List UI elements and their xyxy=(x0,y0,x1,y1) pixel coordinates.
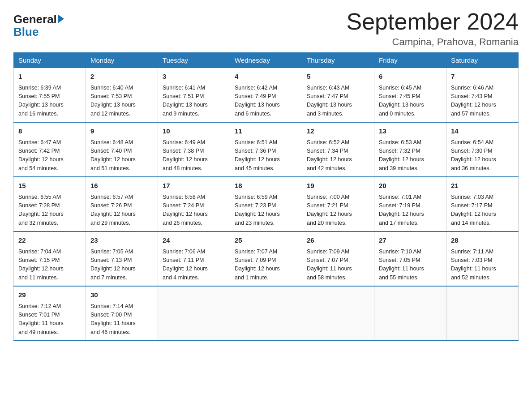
day-info: Sunrise: 6:43 AM Sunset: 7:47 PM Dayligh… xyxy=(307,84,369,119)
calendar-cell: 29Sunrise: 7:12 AM Sunset: 7:01 PM Dayli… xyxy=(14,286,86,341)
day-info: Sunrise: 7:10 AM Sunset: 7:05 PM Dayligh… xyxy=(379,248,442,283)
calendar-header-tuesday: Tuesday xyxy=(158,53,230,68)
day-number: 29 xyxy=(18,290,81,300)
logo-blue-text: Blue xyxy=(13,25,39,39)
calendar-cell: 16Sunrise: 6:57 AM Sunset: 7:26 PM Dayli… xyxy=(86,177,158,231)
day-info: Sunrise: 7:11 AM Sunset: 7:03 PM Dayligh… xyxy=(451,248,514,283)
calendar-cell: 8Sunrise: 6:47 AM Sunset: 7:42 PM Daylig… xyxy=(14,122,86,177)
calendar-cell: 20Sunrise: 7:01 AM Sunset: 7:19 PM Dayli… xyxy=(374,177,446,231)
day-info: Sunrise: 6:45 AM Sunset: 7:45 PM Dayligh… xyxy=(379,84,442,119)
calendar-cell: 30Sunrise: 7:14 AM Sunset: 7:00 PM Dayli… xyxy=(86,286,158,341)
day-info: Sunrise: 7:01 AM Sunset: 7:19 PM Dayligh… xyxy=(379,193,442,228)
day-number: 17 xyxy=(163,181,225,191)
calendar-cell: 23Sunrise: 7:05 AM Sunset: 7:13 PM Dayli… xyxy=(86,231,158,286)
calendar-cell: 4Sunrise: 6:42 AM Sunset: 7:49 PM Daylig… xyxy=(230,68,302,123)
day-info: Sunrise: 6:46 AM Sunset: 7:43 PM Dayligh… xyxy=(451,84,514,119)
day-info: Sunrise: 7:07 AM Sunset: 7:09 PM Dayligh… xyxy=(235,248,297,283)
day-info: Sunrise: 6:55 AM Sunset: 7:28 PM Dayligh… xyxy=(18,193,81,228)
calendar-cell: 24Sunrise: 7:06 AM Sunset: 7:11 PM Dayli… xyxy=(158,231,230,286)
logo: General Blue xyxy=(13,13,64,39)
day-info: Sunrise: 6:53 AM Sunset: 7:32 PM Dayligh… xyxy=(379,138,442,173)
day-info: Sunrise: 6:52 AM Sunset: 7:34 PM Dayligh… xyxy=(307,138,369,173)
day-number: 12 xyxy=(307,126,369,137)
calendar-table: SundayMondayTuesdayWednesdayThursdayFrid… xyxy=(13,52,519,341)
calendar-cell xyxy=(230,286,302,341)
day-number: 23 xyxy=(90,235,153,246)
day-number: 18 xyxy=(235,181,297,191)
calendar-cell: 17Sunrise: 6:58 AM Sunset: 7:24 PM Dayli… xyxy=(158,177,230,231)
day-number: 20 xyxy=(379,181,442,191)
calendar-cell: 6Sunrise: 6:45 AM Sunset: 7:45 PM Daylig… xyxy=(374,68,446,123)
day-number: 16 xyxy=(90,181,153,191)
calendar-cell: 11Sunrise: 6:51 AM Sunset: 7:36 PM Dayli… xyxy=(230,122,302,177)
calendar-cell xyxy=(374,286,446,341)
calendar-header-wednesday: Wednesday xyxy=(230,53,302,68)
calendar-header-thursday: Thursday xyxy=(302,53,374,68)
day-info: Sunrise: 6:51 AM Sunset: 7:36 PM Dayligh… xyxy=(235,138,297,173)
day-number: 10 xyxy=(163,126,225,137)
calendar-header-monday: Monday xyxy=(86,53,158,68)
day-info: Sunrise: 7:05 AM Sunset: 7:13 PM Dayligh… xyxy=(90,248,153,283)
month-year-title: September 2024 xyxy=(347,9,519,34)
calendar-header-saturday: Saturday xyxy=(446,53,519,68)
day-info: Sunrise: 7:04 AM Sunset: 7:15 PM Dayligh… xyxy=(18,248,81,283)
day-number: 24 xyxy=(163,235,225,246)
calendar-cell: 25Sunrise: 7:07 AM Sunset: 7:09 PM Dayli… xyxy=(230,231,302,286)
calendar-week-row: 29Sunrise: 7:12 AM Sunset: 7:01 PM Dayli… xyxy=(14,286,519,341)
calendar-cell: 5Sunrise: 6:43 AM Sunset: 7:47 PM Daylig… xyxy=(302,68,374,123)
day-info: Sunrise: 6:57 AM Sunset: 7:26 PM Dayligh… xyxy=(90,193,153,228)
day-info: Sunrise: 6:40 AM Sunset: 7:53 PM Dayligh… xyxy=(90,84,153,119)
location-subtitle: Campina, Prahova, Romania xyxy=(347,36,519,48)
calendar-week-row: 1Sunrise: 6:39 AM Sunset: 7:55 PM Daylig… xyxy=(14,68,519,123)
calendar-cell xyxy=(446,286,519,341)
day-number: 15 xyxy=(18,181,81,191)
calendar-cell: 13Sunrise: 6:53 AM Sunset: 7:32 PM Dayli… xyxy=(374,122,446,177)
calendar-week-row: 22Sunrise: 7:04 AM Sunset: 7:15 PM Dayli… xyxy=(14,231,519,286)
day-info: Sunrise: 7:14 AM Sunset: 7:00 PM Dayligh… xyxy=(90,302,153,337)
calendar-cell: 2Sunrise: 6:40 AM Sunset: 7:53 PM Daylig… xyxy=(86,68,158,123)
day-info: Sunrise: 6:49 AM Sunset: 7:38 PM Dayligh… xyxy=(163,138,225,173)
day-number: 13 xyxy=(379,126,442,137)
day-info: Sunrise: 6:47 AM Sunset: 7:42 PM Dayligh… xyxy=(18,138,81,173)
day-number: 22 xyxy=(18,235,81,246)
calendar-header-row: SundayMondayTuesdayWednesdayThursdayFrid… xyxy=(14,53,519,68)
calendar-cell: 3Sunrise: 6:41 AM Sunset: 7:51 PM Daylig… xyxy=(158,68,230,123)
day-info: Sunrise: 7:12 AM Sunset: 7:01 PM Dayligh… xyxy=(18,302,81,337)
calendar-cell: 1Sunrise: 6:39 AM Sunset: 7:55 PM Daylig… xyxy=(14,68,86,123)
calendar-cell: 9Sunrise: 6:48 AM Sunset: 7:40 PM Daylig… xyxy=(86,122,158,177)
title-block: September 2024 Campina, Prahova, Romania xyxy=(347,9,519,48)
day-number: 11 xyxy=(235,126,297,137)
day-number: 4 xyxy=(235,72,297,82)
day-info: Sunrise: 7:03 AM Sunset: 7:17 PM Dayligh… xyxy=(451,193,514,228)
day-number: 26 xyxy=(307,235,369,246)
day-info: Sunrise: 6:58 AM Sunset: 7:24 PM Dayligh… xyxy=(163,193,225,228)
day-number: 8 xyxy=(18,126,81,137)
day-number: 19 xyxy=(307,181,369,191)
calendar-cell: 10Sunrise: 6:49 AM Sunset: 7:38 PM Dayli… xyxy=(158,122,230,177)
day-number: 3 xyxy=(163,72,225,82)
day-number: 6 xyxy=(379,72,442,82)
logo-general-text: General xyxy=(13,13,57,25)
day-number: 28 xyxy=(451,235,514,246)
day-number: 25 xyxy=(235,235,297,246)
day-info: Sunrise: 6:54 AM Sunset: 7:30 PM Dayligh… xyxy=(451,138,514,173)
calendar-header-friday: Friday xyxy=(374,53,446,68)
day-info: Sunrise: 6:42 AM Sunset: 7:49 PM Dayligh… xyxy=(235,84,297,119)
calendar-cell: 22Sunrise: 7:04 AM Sunset: 7:15 PM Dayli… xyxy=(14,231,86,286)
day-number: 14 xyxy=(451,126,514,137)
day-number: 30 xyxy=(90,290,153,300)
day-info: Sunrise: 7:06 AM Sunset: 7:11 PM Dayligh… xyxy=(163,248,225,283)
day-info: Sunrise: 6:59 AM Sunset: 7:23 PM Dayligh… xyxy=(235,193,297,228)
calendar-cell: 14Sunrise: 6:54 AM Sunset: 7:30 PM Dayli… xyxy=(446,122,519,177)
calendar-header-sunday: Sunday xyxy=(14,53,86,68)
calendar-cell: 21Sunrise: 7:03 AM Sunset: 7:17 PM Dayli… xyxy=(446,177,519,231)
day-number: 2 xyxy=(90,72,153,82)
day-info: Sunrise: 7:00 AM Sunset: 7:21 PM Dayligh… xyxy=(307,193,369,228)
calendar-cell: 19Sunrise: 7:00 AM Sunset: 7:21 PM Dayli… xyxy=(302,177,374,231)
calendar-cell: 26Sunrise: 7:09 AM Sunset: 7:07 PM Dayli… xyxy=(302,231,374,286)
calendar-week-row: 8Sunrise: 6:47 AM Sunset: 7:42 PM Daylig… xyxy=(14,122,519,177)
day-number: 21 xyxy=(451,181,514,191)
day-number: 9 xyxy=(90,126,153,137)
day-number: 27 xyxy=(379,235,442,246)
calendar-cell: 27Sunrise: 7:10 AM Sunset: 7:05 PM Dayli… xyxy=(374,231,446,286)
